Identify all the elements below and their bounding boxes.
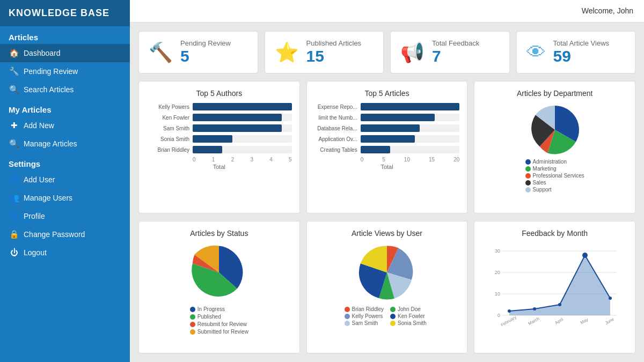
app-logo: KNOWLEDGE BASE	[0, 0, 130, 26]
logout-icon: ⏻	[9, 248, 19, 257]
stat-card-published-articles: ⭐ Published Articles 15	[265, 31, 384, 73]
svg-text:February: February	[500, 315, 517, 328]
sidebar-item-label: Dashboard	[24, 49, 61, 57]
sidebar-section-settings: Settings	[0, 153, 130, 171]
stat-value: 15	[306, 47, 362, 65]
chart-title: Article Views by User	[352, 229, 422, 238]
sidebar-item-add-new[interactable]: ✚ Add New	[0, 116, 130, 135]
sidebar-item-label: Search Articles	[24, 85, 74, 94]
sidebar-item-change-password[interactable]: 🔒 Change Password	[0, 225, 130, 243]
articles-by-dept-card: Articles by Department Administration Ma…	[474, 81, 635, 213]
feedback-by-month-card: Feedback by Month 30 20 10 0 February Ma…	[474, 221, 635, 353]
top5-articles-card: Top 5 Articles Expense Repo... limit the…	[306, 81, 468, 213]
eye-icon: 👁	[526, 41, 546, 64]
svg-point-14	[508, 309, 511, 313]
axis-label: Total	[314, 164, 460, 170]
sidebar-item-label: Logout	[24, 248, 47, 257]
chart-row-1: Top 5 Authors Kelly Powers Ken Fowler Sa…	[138, 81, 635, 213]
svg-text:20: 20	[495, 270, 500, 275]
chart-title: Feedback by Month	[522, 229, 588, 238]
sidebar-item-dashboard[interactable]: 🏠 Dashboard	[0, 44, 130, 62]
sidebar-item-label: Change Password	[24, 230, 85, 239]
sidebar-section-articles: Articles	[0, 26, 130, 44]
add-icon: ✚	[9, 121, 19, 130]
svg-text:10: 10	[495, 291, 500, 297]
stat-label: Published Articles	[306, 39, 362, 47]
svg-marker-13	[509, 255, 610, 315]
article-views-by-user-card: Article Views by User Brian Rid	[306, 221, 468, 353]
top5-articles-chart: Expense Repo... limit the Numb... Databa…	[314, 103, 460, 170]
views-pie-chart	[357, 243, 416, 302]
sidebar-item-logout[interactable]: ⏻ Logout	[0, 243, 130, 261]
dept-legend: Administration Marketing Professional Se…	[525, 159, 584, 193]
stat-label: Total Feedback	[432, 39, 479, 47]
sidebar-item-add-user[interactable]: 👤 Add User	[0, 171, 130, 189]
stat-card-pending-review: 🔨 Pending Review 5	[138, 31, 258, 73]
search-icon: 🔍	[9, 85, 19, 94]
svg-text:April: April	[554, 317, 564, 326]
pending-review-icon: 🔧	[9, 67, 19, 76]
svg-point-18	[609, 297, 612, 300]
sidebar-item-label: Manage Users	[24, 194, 72, 202]
chart-title: Articles by Department	[517, 89, 593, 98]
dashboard-content: 🔨 Pending Review 5 ⭐ Published Articles …	[130, 23, 644, 362]
status-legend: In Progress Published Resubmit for Revie…	[190, 306, 248, 335]
views-legend: Brian Riddley John Doe Kelly Powers Ken …	[345, 306, 430, 326]
sidebar-item-label: Manage Articles	[24, 139, 77, 148]
stat-value: 7	[432, 47, 479, 65]
stat-cards-row: 🔨 Pending Review 5 ⭐ Published Articles …	[138, 31, 635, 73]
svg-point-17	[582, 253, 588, 258]
status-pie-chart	[189, 243, 248, 302]
svg-text:June: June	[604, 316, 615, 326]
welcome-message: Welcome, John	[582, 6, 633, 15]
hammer-icon: 🔨	[149, 41, 173, 64]
chart-title: Articles by Status	[190, 229, 248, 238]
megaphone-icon: 📢	[400, 41, 425, 64]
sidebar-item-label: Add New	[24, 121, 54, 130]
chart-title: Top 5 Articles	[364, 89, 409, 98]
chart-row-2: Articles by Status In Progress Published…	[138, 221, 635, 353]
dept-pie-chart	[528, 103, 582, 157]
profile-icon: 👤	[9, 211, 19, 221]
top5-authors-chart: Kelly Powers Ken Fowler Sam Smith Sonia …	[147, 103, 292, 170]
manage-articles-icon: 🔍	[9, 139, 19, 149]
feedback-line-chart: 30 20 10 0 February March April May June	[491, 243, 619, 323]
sidebar-item-pending-review[interactable]: 🔧 Pending Review	[0, 62, 130, 80]
axis-label: Total	[147, 164, 292, 170]
sidebar-section-my-articles: My Articles	[0, 99, 130, 116]
topbar: Welcome, John	[130, 0, 644, 23]
stat-card-total-feedback: 📢 Total Feedback 7	[390, 31, 510, 73]
svg-point-15	[533, 307, 536, 311]
add-user-icon: 👤	[9, 175, 19, 184]
sidebar: KNOWLEDGE BASE Articles 🏠 Dashboard 🔧 Pe…	[0, 0, 130, 362]
lock-icon: 🔒	[9, 230, 19, 239]
svg-text:0: 0	[497, 313, 500, 318]
sidebar-item-profile[interactable]: 👤 Profile	[0, 207, 130, 225]
stat-label: Pending Review	[180, 39, 231, 47]
svg-text:March: March	[528, 316, 540, 326]
stat-value: 59	[553, 47, 610, 65]
manage-users-icon: 👥	[9, 193, 19, 203]
svg-text:May: May	[580, 317, 589, 325]
chart-title: Top 5 Authors	[196, 89, 243, 98]
articles-by-status-card: Articles by Status In Progress Published…	[138, 221, 300, 353]
star-icon: ⭐	[275, 41, 299, 64]
sidebar-item-label: Add User	[24, 175, 55, 184]
sidebar-item-label: Pending Review	[24, 67, 78, 76]
top5-authors-card: Top 5 Authors Kelly Powers Ken Fowler Sa…	[138, 81, 300, 213]
stat-label: Total Article Views	[553, 39, 610, 47]
stat-card-total-views: 👁 Total Article Views 59	[516, 31, 636, 73]
stat-value: 5	[180, 47, 231, 65]
svg-text:30: 30	[495, 248, 500, 254]
sidebar-item-manage-articles[interactable]: 🔍 Manage Articles	[0, 135, 130, 153]
sidebar-item-manage-users[interactable]: 👥 Manage Users	[0, 189, 130, 207]
svg-point-16	[558, 303, 561, 306]
main-content: Welcome, John 🔨 Pending Review 5 ⭐ Publi…	[130, 0, 644, 362]
sidebar-item-label: Profile	[24, 212, 45, 220]
sidebar-item-search-articles[interactable]: 🔍 Search Articles	[0, 80, 130, 99]
dashboard-icon: 🏠	[9, 48, 19, 58]
